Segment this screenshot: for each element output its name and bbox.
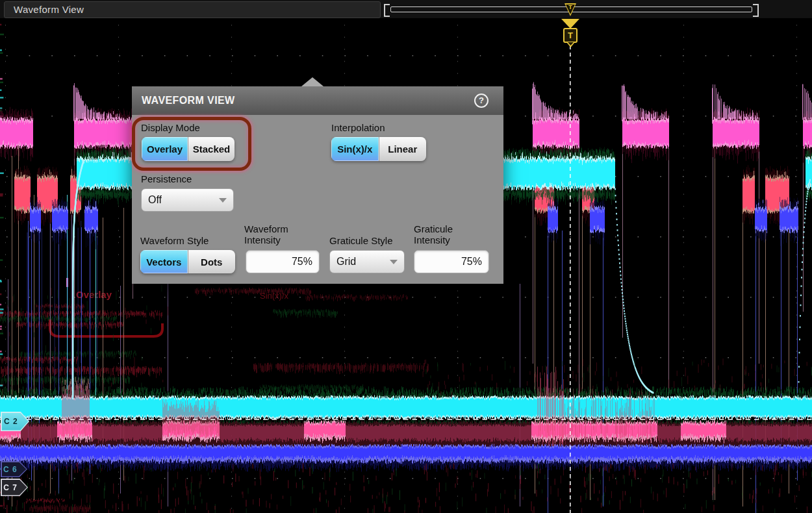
trigger-marker[interactable]: T	[561, 19, 579, 49]
overlay-button[interactable]: Overlay	[142, 137, 188, 161]
waveform-intensity-value: 75%	[292, 256, 312, 268]
graticule-intensity-field[interactable]: 75%	[414, 250, 489, 273]
display-mode-label: Display Mode	[141, 122, 200, 133]
graticule-intensity-value: 75%	[461, 256, 482, 268]
help-icon[interactable]: ?	[474, 94, 488, 108]
trigger-position-flag[interactable]: T	[565, 3, 576, 16]
chevron-down-icon	[390, 260, 398, 264]
persistence-dropdown[interactable]: Off	[141, 188, 234, 212]
record-view-left-bracket	[384, 4, 390, 17]
waveform-style-segmented: Vectors Dots	[140, 250, 235, 273]
channel-badge-label: C 2	[1, 412, 21, 431]
graticule-style-value: Grid	[336, 256, 356, 268]
dialog-header[interactable]: WAVEFORM VIEW ?	[132, 86, 503, 115]
interpolation-segmented: Sin(x)/x Linear	[331, 137, 426, 161]
channel-badge-label: C 6	[1, 461, 20, 477]
linear-button[interactable]: Linear	[379, 137, 427, 161]
interpolation-label: Interpolation	[331, 122, 385, 133]
display-mode-segmented: Overlay Stacked	[142, 137, 235, 161]
channel-badge-c6[interactable]: C 6	[1, 461, 27, 477]
trigger-flag-label: T	[565, 4, 576, 10]
trigger-arrow-icon	[561, 19, 579, 29]
view-title: Waveform View	[14, 4, 84, 15]
chevron-down-icon	[219, 198, 227, 203]
dialog-pointer-icon	[301, 77, 324, 86]
oscilloscope-screen: Waveform View T T C 2 C 6 C 7 W	[0, 0, 812, 513]
channel-badge-label: C 7	[1, 479, 20, 496]
dots-button[interactable]: Dots	[188, 250, 236, 273]
sinx-button[interactable]: Sin(x)/x	[331, 137, 379, 161]
stacked-button[interactable]: Stacked	[188, 137, 235, 161]
channel-badge-c7[interactable]: C 7	[1, 479, 28, 496]
dialog-title: WAVEFORM VIEW	[142, 95, 235, 106]
waveform-style-label: Waveform Style	[140, 235, 209, 246]
graticule-style-dropdown[interactable]: Grid	[329, 250, 405, 273]
graticule-intensity-label: Graticule Intensity	[414, 223, 453, 245]
waveform-intensity-label: Waveform Intensity	[244, 223, 288, 245]
waveform-view-tab[interactable]: Waveform View	[4, 1, 381, 18]
waveform-view-dialog: WAVEFORM VIEW ? Display Mode Overlay Sta…	[132, 86, 503, 284]
trigger-badge: T	[563, 28, 577, 43]
graticule-style-label: Graticule Style	[329, 235, 393, 246]
waveform-intensity-field[interactable]: 75%	[246, 250, 320, 273]
vectors-button[interactable]: Vectors	[140, 250, 188, 273]
persistence-value: Off	[148, 194, 162, 206]
record-view-right-bracket	[753, 4, 759, 17]
channel-badge-c2[interactable]: C 2	[1, 412, 29, 431]
persistence-label: Persistence	[141, 173, 192, 184]
top-title-bar: Waveform View T	[0, 0, 812, 19]
